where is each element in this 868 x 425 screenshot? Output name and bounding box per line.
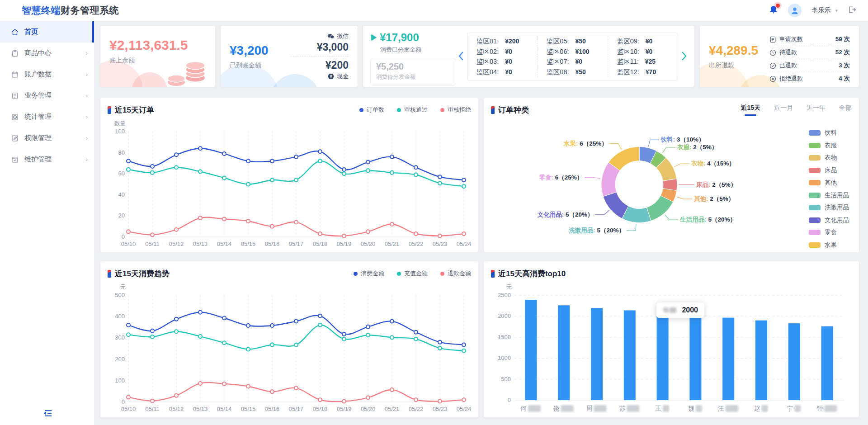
legend-item-充值金额[interactable]: 充值金额 xyxy=(397,269,428,278)
donut-legend-item-衣服[interactable]: 衣服 xyxy=(809,142,849,150)
donut-legend-item-水果[interactable]: 水果 xyxy=(809,241,849,249)
donut-label-生活用品: 生活用品: 5（20%） xyxy=(679,216,736,223)
sidebar-item-account-data[interactable]: 账户数据› xyxy=(0,64,94,85)
bar-苏[interactable] xyxy=(624,310,636,400)
zone-label: 监区03: xyxy=(476,57,499,66)
donut-legend-item-洗漱用品[interactable]: 洗漱用品 xyxy=(809,203,849,212)
svg-text:05/10: 05/10 xyxy=(121,406,136,412)
legend-item-订单数[interactable]: 订单数 xyxy=(359,106,384,114)
svg-text:05/23: 05/23 xyxy=(433,406,448,412)
donut-label-零食: 零食: 6（25%） xyxy=(539,174,583,181)
bar-何[interactable] xyxy=(525,300,537,400)
zone-item: 监区02:¥0 xyxy=(476,47,528,56)
legend-label: 洗漱用品 xyxy=(825,203,849,212)
sidebar-item-label: 维护管理 xyxy=(24,155,80,164)
legend-dot-icon xyxy=(354,272,358,276)
donut-legend-item-饮料[interactable]: 饮料 xyxy=(809,129,849,137)
avatar[interactable] xyxy=(788,4,802,17)
legend-label: 充值金额 xyxy=(404,269,428,278)
zone-item: 监区08:¥50 xyxy=(547,68,598,76)
donut-label-文化用品: 文化用品: 5（20%） xyxy=(537,211,594,218)
sidebar-item-stats-mgmt[interactable]: 统计管理› xyxy=(0,106,94,128)
zone-value: ¥0 xyxy=(505,68,512,76)
refund-stat-label: 拒绝退款 xyxy=(779,75,835,83)
zone-label: 监区04: xyxy=(476,68,499,76)
tab-近15天[interactable]: 近15天 xyxy=(741,104,760,116)
bar-钟[interactable] xyxy=(821,326,833,400)
svg-text:05/13: 05/13 xyxy=(193,406,208,412)
zones-prev-button[interactable] xyxy=(455,50,466,64)
top10-svg: 05001000150020002500元何饶周苏王魏汪赵宁钟 xyxy=(491,280,852,415)
card-consumption-distribution: ¥17,900 消费已分发金额 ¥5,250 消费待分发金额 监区01:¥200… xyxy=(363,26,694,87)
bar-宁[interactable] xyxy=(788,323,800,400)
collapse-sidebar-icon[interactable] xyxy=(43,410,52,419)
zone-label: 监区09: xyxy=(617,37,639,46)
legend-item-消费金额[interactable]: 消费金额 xyxy=(354,269,384,278)
svg-text:05/14: 05/14 xyxy=(217,406,232,412)
card-account-balance: ¥2,113,631.5 账上余额 xyxy=(100,26,215,87)
brand-primary: 智慧终端 xyxy=(22,5,61,15)
bar-label-char: 饶 xyxy=(553,405,560,412)
bar-饶[interactable] xyxy=(558,305,570,400)
logout-icon[interactable] xyxy=(848,5,856,16)
stats-mgmt-icon xyxy=(11,113,19,121)
user-name[interactable]: 李乐乐 xyxy=(811,6,830,14)
tab-近一年[interactable]: 近一年 xyxy=(807,104,826,116)
tab-近一月[interactable]: 近一月 xyxy=(774,104,793,116)
svg-text:40: 40 xyxy=(118,191,125,198)
legend-item-审核拒绝[interactable]: 审核拒绝 xyxy=(440,106,471,114)
svg-text:200: 200 xyxy=(115,356,125,363)
bar-label-char: 苏 xyxy=(619,405,626,412)
svg-text:2000: 2000 xyxy=(498,312,511,319)
legend-dot-icon xyxy=(440,108,444,112)
legend-swatch-icon xyxy=(809,155,821,161)
tab-全部[interactable]: 全部 xyxy=(839,104,852,116)
bar-label-char: 汪 xyxy=(718,405,724,412)
bar-周[interactable] xyxy=(591,308,603,400)
chart-card-orders: 近15天订单 订单数审核通过审核拒绝 05/1005/1105/1205/130… xyxy=(100,98,478,252)
svg-text:05/20: 05/20 xyxy=(361,241,376,247)
divider xyxy=(291,56,349,57)
sidebar-item-business-mgmt[interactable]: 业务管理› xyxy=(0,85,94,106)
bar-汪[interactable] xyxy=(722,318,734,400)
account-data-icon xyxy=(11,71,19,79)
zone-value: ¥70 xyxy=(646,68,656,76)
zone-label: 监区05: xyxy=(547,37,569,46)
chevron-right-icon: › xyxy=(86,113,88,120)
sidebar-item-product-center[interactable]: 商品中心› xyxy=(0,42,94,64)
zone-label: 监区07: xyxy=(547,57,569,66)
donut-legend-item-床品[interactable]: 床品 xyxy=(809,166,849,175)
donut-label-其他: 其他: 2（5%） xyxy=(694,195,734,202)
donut-legend-item-零食[interactable]: 零食 xyxy=(809,228,849,236)
legend-item-退款金额[interactable]: 退款金额 xyxy=(440,269,471,278)
zones-grid: 监区01:¥200监区02:¥0监区03:¥0监区04:¥0监区05:¥50监区… xyxy=(467,33,678,81)
svg-text:05/12: 05/12 xyxy=(169,406,184,412)
zones-next-button[interactable] xyxy=(679,50,690,64)
refund-stat-label: 申请次数 xyxy=(779,35,832,43)
legend-item-审核通过[interactable]: 审核通过 xyxy=(397,106,428,114)
legend-swatch-icon xyxy=(809,205,821,210)
refund-stat-row: 已退款3 次 xyxy=(769,59,850,72)
notification-bell-icon[interactable] xyxy=(769,5,778,16)
legend-label: 衣服 xyxy=(825,142,837,150)
bar-王[interactable] xyxy=(657,313,669,400)
legend-swatch-icon xyxy=(809,242,821,248)
refund-stat-value: 4 次 xyxy=(839,75,850,83)
chevron-down-icon[interactable]: ▾ xyxy=(835,8,838,14)
zone-item: 监区03:¥0 xyxy=(476,57,528,66)
donut-legend-item-衣物[interactable]: 衣物 xyxy=(809,154,849,162)
legend-label: 水果 xyxy=(825,241,837,249)
donut-legend-item-文化用品[interactable]: 文化用品 xyxy=(809,216,849,224)
donut-legend-item-生活用品[interactable]: 生活用品 xyxy=(809,191,849,199)
donut-legend-item-其他[interactable]: 其他 xyxy=(809,179,849,187)
bar-label-masked xyxy=(561,405,574,412)
pending-distribution-box: ¥5,250 消费待分发金额 xyxy=(370,58,455,86)
sidebar-item-permission-mgmt[interactable]: 权限管理› xyxy=(0,128,94,149)
zone-value: ¥100 xyxy=(576,48,590,55)
bar-魏[interactable] xyxy=(689,316,701,400)
sidebar-item-maintenance-mgmt[interactable]: 维护管理› xyxy=(0,149,94,170)
svg-text:05/15: 05/15 xyxy=(241,406,256,412)
sidebar-item-home[interactable]: 首页 xyxy=(0,21,94,42)
svg-text:80: 80 xyxy=(118,149,125,156)
bar-赵[interactable] xyxy=(755,321,767,400)
